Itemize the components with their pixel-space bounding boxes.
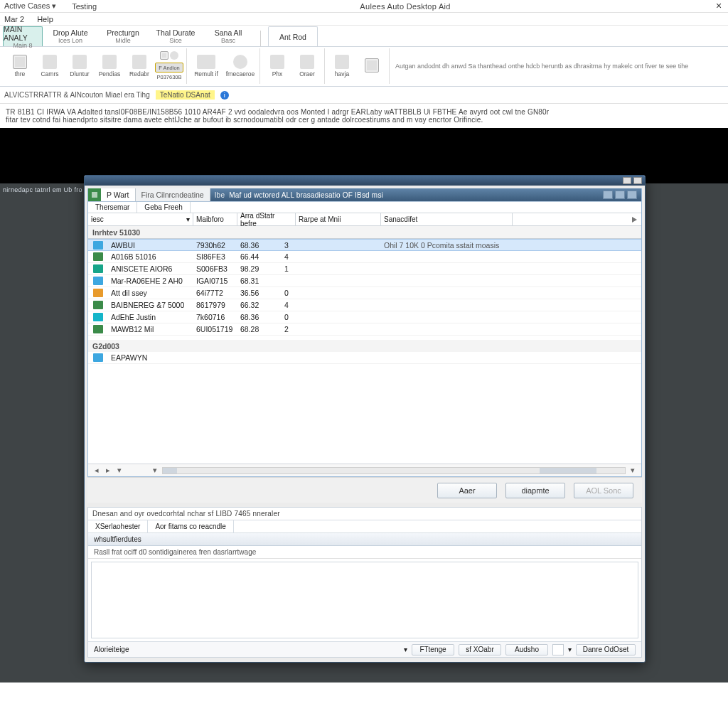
dialog-titlebar[interactable]	[85, 176, 645, 186]
lower-btn-2[interactable]: sf XOabr	[459, 644, 501, 655]
info-icon[interactable]: i	[220, 91, 229, 100]
scrollbar[interactable]	[162, 467, 626, 474]
table-row[interactable]: BAIBNEREG &7 5000861797966.324	[88, 299, 641, 311]
cell-name: Mar-RA06EHE 2 AH0	[108, 277, 193, 285]
lower-btn-done[interactable]: Danre OdOset	[576, 644, 636, 655]
dialog-cancel-button[interactable]: AOL Sonc	[574, 483, 633, 498]
ribbon-tab-drop[interactable]: Drop Alute Ices Lon	[46, 26, 95, 46]
table-row[interactable]: AWBUI7930h6268.363Ohil 7 10K 0 Pcomita s…	[88, 239, 641, 251]
file-icon	[93, 301, 103, 309]
dialog-max-icon[interactable]	[633, 177, 642, 184]
lower-dd[interactable]: ▾	[404, 646, 407, 653]
group-header-1[interactable]: Inrhtev 51030	[88, 226, 641, 238]
pane-header-btn1[interactable]	[603, 191, 613, 199]
cell-desc: Ohil 7 10K 0 Pcomita sstait moasis	[381, 241, 641, 250]
file-icon	[93, 264, 103, 273]
lower-box[interactable]	[552, 644, 564, 655]
lower-btn-3[interactable]: Audsho	[505, 644, 548, 655]
pager-first[interactable]: ◂	[92, 466, 101, 475]
lower-textbox[interactable]	[91, 562, 638, 638]
pane-tab-sub[interactable]: Fira Cilnrcndeatine	[136, 188, 210, 201]
cell-v2: 2	[282, 325, 381, 333]
desc-line-1: TR 81B1 CI IRWA VA Adalted tansI0F08BE/I…	[6, 108, 722, 116]
pane-header-btn3[interactable]	[627, 191, 637, 199]
menu-item-2[interactable]: Help	[37, 15, 53, 23]
table-row[interactable]: ANISCETE AIOR6S006FB398.291	[88, 263, 641, 275]
ribbon-btn-icons[interactable]: F Andion P037630B	[156, 50, 182, 82]
ribbon-btn-thre[interactable]: thre	[7, 50, 33, 82]
ribbon-btn-phx[interactable]: Phx	[264, 50, 290, 82]
app-title: Aulees Auto Desktop Aid	[97, 2, 714, 11]
filter-col-id[interactable]: Maibforo	[193, 213, 237, 225]
cell-v2: 1	[282, 264, 381, 273]
table-row[interactable]: MAWB12 Mil6UI05171968.282	[88, 323, 641, 336]
cell-v2: 4	[282, 252, 381, 261]
lower-tab-2[interactable]: Aor fitams co reacndle	[148, 520, 234, 532]
pager-prev[interactable]: ▸	[104, 466, 112, 475]
divider	[260, 31, 261, 46]
lower-subheader: whsultfierdutes	[88, 533, 641, 546]
pager-dd1[interactable]: ▾	[115, 466, 124, 475]
cell-v1: 98.29	[237, 264, 282, 273]
cell-v1: 68.36	[237, 241, 282, 250]
cell-name: AWBUI	[108, 241, 193, 250]
title-secondary: Testing	[72, 2, 97, 11]
ribbon-tab-main[interactable]: MAIN ANALY Main 8	[3, 26, 43, 46]
ribbon-btn-oraer[interactable]: Oraer	[294, 50, 320, 82]
filter-col-desc[interactable]: Sanacdifet	[381, 213, 513, 225]
menu-item-1[interactable]: Mar 2	[4, 15, 24, 23]
filter-label: iesc	[91, 215, 104, 223]
table-row[interactable]: AdEhE Justin7k6071668.360	[88, 311, 641, 323]
ribbon-btn-frnec[interactable]: frnecaeroe	[225, 50, 255, 82]
file-icon	[93, 353, 103, 362]
cell-id: SI86FE3	[193, 252, 237, 261]
ribbon-btn-dluntur[interactable]: Dluntur	[67, 50, 92, 82]
lower-btn-1[interactable]: FTtenge	[412, 644, 454, 655]
ribbon-tab-ant[interactable]: Ant Rod	[268, 26, 318, 46]
ribbon-btn-havja[interactable]: havja	[329, 50, 355, 82]
close-icon[interactable]: ×	[714, 1, 724, 11]
ribbon-btn-redabr[interactable]: Redabr	[127, 50, 152, 82]
table-row[interactable]: EAPAWYN	[88, 352, 641, 364]
pane-app-icon	[88, 188, 101, 201]
ribbon-tab-thal[interactable]: Thal Durate Sice	[151, 26, 200, 46]
pager-dd2[interactable]: ▾	[151, 466, 159, 475]
dialog-min-icon[interactable]	[623, 177, 631, 184]
pager-end[interactable]: ▾	[628, 466, 637, 475]
cell-id: 7930h62	[193, 241, 237, 250]
group-header-2[interactable]: G2d003	[88, 340, 641, 352]
ribbon-btn-remult[interactable]: Remult if	[191, 50, 221, 82]
ribbon-tab-sana[interactable]: Sana All Basc	[203, 26, 253, 46]
dialog-window: P Wart Fira Cilnrcndeatine Ibe Maf ud wc…	[84, 175, 646, 663]
desc-line-2: fitar tev cotnd fai hiaendprto sitsitre …	[6, 116, 722, 124]
dialog-apply-button[interactable]: diapmte	[505, 483, 565, 498]
table-row[interactable]: A016B 51016SI86FE366.444	[88, 251, 641, 263]
ribbon-tab-prect[interactable]: Precturgn Midle	[98, 26, 148, 46]
pane-tab-main[interactable]: P Wart	[101, 188, 136, 201]
table-pager: ◂ ▸ ▾ ▾ ▾	[88, 464, 641, 476]
lower-dd2[interactable]: ▾	[568, 646, 572, 653]
subtab-2[interactable]: Geba Freeh	[137, 202, 190, 213]
console-text: nirnedapc tatnrl em Ub fro	[3, 186, 82, 193]
ribbon-btn-extra[interactable]	[359, 50, 385, 82]
cell-name: BAIBNEREG &7 5000	[108, 301, 193, 309]
ribbon-btn-camrs[interactable]: Camrs	[37, 50, 63, 82]
table-row[interactable]: Att dil ssey64i77T236.560	[88, 287, 641, 299]
svg-rect-1	[92, 192, 97, 198]
title-left[interactable]: Active Cases ▾	[4, 1, 56, 11]
run-icon[interactable]	[632, 217, 637, 223]
ribbon-btn-pendias[interactable]: Pendias	[97, 50, 122, 82]
infobar-text: ALVICSTRRATTR & AINcouton Miael era Tihg	[4, 91, 150, 99]
pane-header-btn2[interactable]	[615, 191, 625, 199]
filter-col-v2[interactable]: Rarpe at Mnii	[296, 213, 381, 225]
cell-id: 8617979	[193, 301, 237, 309]
filter-col-v1[interactable]: Arra dStatr befre	[237, 213, 296, 225]
file-icon	[93, 241, 103, 250]
table-row[interactable]: Mar-RA06EHE 2 AH0IGAI071568.31	[88, 275, 641, 287]
subtab-1[interactable]: Thersemar	[88, 202, 137, 213]
dialog-ok-button[interactable]: Aaer	[437, 483, 497, 498]
cell-name: MAWB12 Mil	[108, 325, 193, 333]
lower-tab-1[interactable]: XSerlaohester	[88, 520, 148, 532]
infobar-highlight[interactable]: TeNatio DSAnat	[156, 90, 215, 100]
cell-v1: 68.31	[237, 277, 282, 285]
